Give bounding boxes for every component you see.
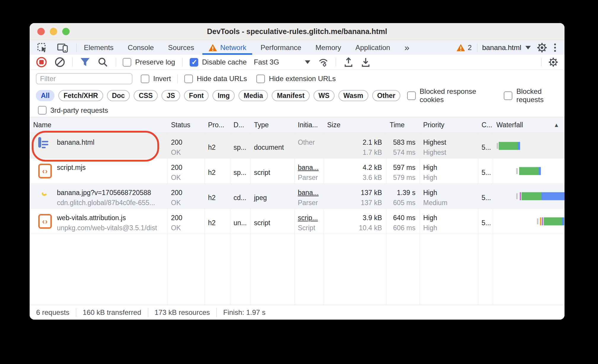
filter-chip-fetch-xhr[interactable]: Fetch/XHR xyxy=(58,90,103,101)
filter-row: Invert Hide data URLs Hide extension URL… xyxy=(30,70,565,88)
waterfall-bar xyxy=(493,209,565,234)
record-network-log-button[interactable] xyxy=(35,56,48,69)
warning-icon xyxy=(456,44,465,52)
search-icon[interactable] xyxy=(96,56,109,69)
name-cell[interactable]: ‹› web-vitals.attribution.jsunpkg.com/we… xyxy=(30,209,167,234)
checkbox-checked[interactable] xyxy=(190,58,198,67)
more-tabs-chevron[interactable]: » xyxy=(397,41,416,55)
tab-elements[interactable]: Elements xyxy=(77,41,121,55)
filter-input[interactable] xyxy=(36,73,132,84)
page-context-selector[interactable]: banana.html xyxy=(477,44,535,52)
waterfall-bar xyxy=(493,133,565,158)
initiator-link[interactable]: bana... xyxy=(298,164,319,171)
checkbox-unchecked[interactable] xyxy=(407,91,416,100)
device-toolbar-icon[interactable] xyxy=(56,41,69,54)
checkbox-unchecked[interactable] xyxy=(141,75,149,83)
issues-counter[interactable]: 2 xyxy=(451,44,477,52)
export-har-icon[interactable] xyxy=(359,56,372,69)
network-settings-gear-icon[interactable] xyxy=(547,56,560,69)
transferred-size: 160 kB transferred xyxy=(76,308,148,317)
window-title: DevTools - speculative-rules.glitch.me/b… xyxy=(30,27,565,36)
request-type-filters: All Fetch/XHR Doc CSS JS Font Img Media … xyxy=(30,88,565,104)
table-row-banana-jpg[interactable]: banana.jpg?v=1705668720588cdn.glitch.glo… xyxy=(30,184,565,209)
filter-chip-font[interactable]: Font xyxy=(184,90,209,101)
column-header-domain[interactable]: D... xyxy=(230,117,250,133)
sort-ascending-icon: ▲ xyxy=(554,122,559,128)
filter-chip-img[interactable]: Img xyxy=(212,90,235,101)
name-cell[interactable]: banana.jpg?v=1705668720588cdn.glitch.glo… xyxy=(30,184,167,209)
preserve-log-checkbox[interactable]: Preserve log xyxy=(123,58,175,67)
column-header-name[interactable]: Name xyxy=(30,117,167,133)
tab-application[interactable]: Application xyxy=(348,41,397,55)
waterfall-bar xyxy=(493,159,565,183)
filter-chip-doc[interactable]: Doc xyxy=(107,90,130,101)
filter-chip-ws[interactable]: WS xyxy=(314,90,335,101)
chevron-down-icon xyxy=(525,46,531,49)
filter-icon[interactable] xyxy=(79,56,92,69)
status-bar: 6 requests 160 kB transferred 173 kB res… xyxy=(30,305,565,320)
tab-memory[interactable]: Memory xyxy=(308,41,348,55)
chevron-down-icon xyxy=(305,60,310,64)
column-header-initiator[interactable]: Initia... xyxy=(294,117,324,133)
blocked-requests-checkbox[interactable]: Blocked requests xyxy=(504,87,565,104)
column-header-type[interactable]: Type xyxy=(250,117,294,133)
devtools-tab-bar: Elements Console Sources Network Perform… xyxy=(30,41,565,55)
table-row-script-mjs[interactable]: ‹› script.mjs 200OK h2 sp... script bana… xyxy=(30,159,565,184)
script-icon: ‹› xyxy=(38,214,52,229)
filter-chip-css[interactable]: CSS xyxy=(134,90,158,101)
table-row-banana-html[interactable]: banana.html 200OK h2 sp... document Othe… xyxy=(30,133,565,159)
initiator-link[interactable]: bana... xyxy=(298,189,319,197)
table-body: banana.html 200OK h2 sp... document Othe… xyxy=(30,133,565,305)
checkbox-unchecked[interactable] xyxy=(123,58,131,67)
requests-table: Name Status Pro... D... Type Initia... S… xyxy=(30,117,565,305)
table-header: Name Status Pro... D... Type Initia... S… xyxy=(30,117,565,133)
hide-extension-urls-checkbox[interactable]: Hide extension URLs xyxy=(256,75,335,83)
tab-network[interactable]: Network xyxy=(201,41,253,55)
column-header-priority[interactable]: Priority xyxy=(420,117,478,133)
blocked-response-cookies-checkbox[interactable]: Blocked response cookies xyxy=(407,87,493,104)
checkbox-unchecked[interactable] xyxy=(504,91,512,100)
column-header-waterfall[interactable]: Waterfall ▲ xyxy=(493,117,565,133)
column-header-connection[interactable]: C... xyxy=(478,117,493,133)
import-har-icon[interactable] xyxy=(342,56,355,69)
document-icon xyxy=(38,137,41,148)
clear-network-log-button[interactable] xyxy=(53,56,66,69)
filter-chip-all[interactable]: All xyxy=(36,90,55,101)
inspect-element-icon[interactable] xyxy=(36,41,49,54)
warning-icon xyxy=(208,44,217,52)
waterfall-bar xyxy=(493,184,565,209)
initiator-link[interactable]: scrip... xyxy=(298,214,318,222)
filter-chip-js[interactable]: JS xyxy=(162,90,180,101)
third-party-requests-checkbox[interactable]: 3rd-party requests xyxy=(38,106,108,115)
finish-time: Finish: 1.97 s xyxy=(217,308,272,317)
invert-checkbox[interactable]: Invert xyxy=(141,75,171,83)
name-cell[interactable]: ‹› script.mjs xyxy=(30,159,167,183)
checkbox-unchecked[interactable] xyxy=(38,106,47,115)
resources-size: 173 kB resources xyxy=(148,308,217,317)
disable-cache-checkbox[interactable]: Disable cache xyxy=(190,58,247,67)
column-header-status[interactable]: Status xyxy=(167,117,204,133)
column-header-protocol[interactable]: Pro... xyxy=(204,117,230,133)
network-toolbar: Preserve log Disable cache Fast 3G xyxy=(30,55,565,70)
tab-console[interactable]: Console xyxy=(121,41,161,55)
script-icon: ‹› xyxy=(38,164,52,178)
filter-chip-wasm[interactable]: Wasm xyxy=(338,90,368,101)
tab-performance[interactable]: Performance xyxy=(253,41,308,55)
filter-chip-media[interactable]: Media xyxy=(239,90,268,101)
settings-gear-icon[interactable] xyxy=(535,41,549,54)
column-header-time[interactable]: Time xyxy=(386,117,420,133)
column-header-size[interactable]: Size xyxy=(324,117,386,133)
filter-chip-manifest[interactable]: Manifest xyxy=(272,90,309,101)
third-party-row: 3rd-party requests xyxy=(30,104,565,117)
hide-data-urls-checkbox[interactable]: Hide data URLs xyxy=(184,75,247,83)
filter-chip-other[interactable]: Other xyxy=(372,90,400,101)
table-row-web-vitals[interactable]: ‹› web-vitals.attribution.jsunpkg.com/we… xyxy=(30,209,565,234)
throttling-dropdown[interactable]: Fast 3G xyxy=(254,58,310,66)
tab-sources[interactable]: Sources xyxy=(161,41,201,55)
kebab-menu-icon[interactable] xyxy=(549,41,562,54)
network-conditions-icon[interactable] xyxy=(317,56,330,69)
name-cell[interactable]: banana.html xyxy=(30,133,167,158)
checkbox-unchecked[interactable] xyxy=(256,75,265,83)
checkbox-unchecked[interactable] xyxy=(184,75,193,83)
requests-count: 6 requests xyxy=(30,308,76,317)
